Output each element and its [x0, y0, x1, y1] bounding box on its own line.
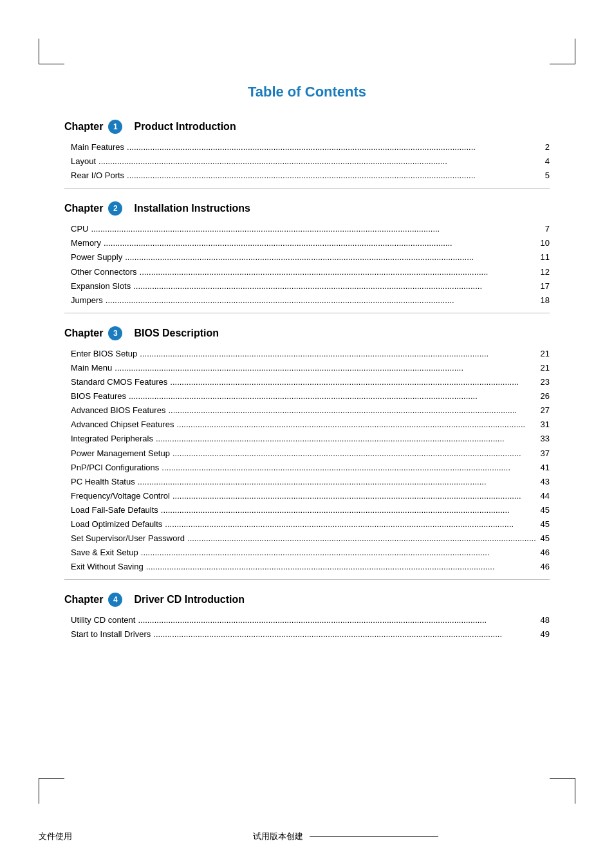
toc-dots [138, 613, 537, 627]
toc-entry-label: Save & Exit Setup [71, 546, 138, 560]
toc-dots [104, 236, 538, 250]
toc-entry: Standard CMOS Features23 [71, 375, 550, 389]
toc-page-number: 49 [541, 627, 550, 642]
chapter-label-2: Chapter [64, 203, 103, 214]
toc-page-number: 21 [541, 361, 550, 375]
toc-dots [172, 447, 538, 461]
toc-entry: Load Optimized Defaults45 [71, 517, 550, 531]
toc-dots [176, 418, 537, 432]
toc-entry-label: CPU [71, 222, 88, 236]
chapter-header-1: Chapter1Product Introduction [64, 120, 550, 134]
toc-page-number: 26 [541, 389, 550, 403]
footer: 文件使用 试用版本创建 [0, 831, 614, 842]
toc-dots [140, 347, 537, 361]
toc-entry-label: Expansion Slots [71, 279, 131, 293]
toc-entry: Rear I/O Ports5 [71, 169, 550, 183]
toc-page-number: 45 [541, 503, 550, 517]
toc-page-number: 44 [541, 489, 550, 503]
toc-entry-label: Jumpers [71, 293, 103, 308]
toc-entry-label: Main Features [71, 140, 124, 154]
toc-dots [187, 531, 538, 546]
footer-left-text: 文件使用 [39, 831, 116, 842]
toc-page-number: 37 [541, 447, 550, 461]
toc-entry: Main Menu21 [71, 361, 550, 375]
toc-page-number: 45 [541, 531, 550, 546]
chapter-section-4: Chapter4Driver CD IntroductionUtility CD… [64, 593, 550, 642]
chapters-container: Chapter1Product IntroductionMain Feature… [64, 120, 550, 642]
toc-entry-label: Main Menu [71, 361, 112, 375]
toc-entry: PnP/PCI Configurations41 [71, 461, 550, 475]
chapter-badge-4: 4 [108, 593, 122, 607]
toc-page-number: 11 [541, 250, 550, 264]
toc-entries-ch2: CPU7Memory10Power Supply11Other Connecto… [71, 222, 550, 308]
toc-page-number: 21 [541, 347, 550, 361]
chapter-label-1: Chapter [64, 121, 103, 133]
toc-entries-ch1: Main Features2Layout4Rear I/O Ports5 [71, 140, 550, 183]
chapter-divider [64, 579, 550, 580]
toc-entry: Jumpers18 [71, 293, 550, 308]
toc-page-number: 2 [545, 140, 550, 154]
chapter-header-4: Chapter4Driver CD Introduction [64, 593, 550, 607]
toc-page-number: 4 [545, 154, 550, 169]
toc-entries-ch4: Utility CD content48Start to Install Dri… [71, 613, 550, 642]
corner-mark-bottom-left [39, 778, 64, 804]
chapter-header-2: Chapter2Installation Instructions [64, 201, 550, 216]
toc-entry-label: Power Management Setup [71, 447, 170, 461]
toc-dots [125, 250, 537, 264]
toc-entry-label: Load Optimized Defaults [71, 517, 162, 531]
toc-entry-label: Other Connectors [71, 265, 137, 279]
toc-entry: Set Supervisor/User Password45 [71, 531, 550, 546]
toc-dots [140, 265, 538, 279]
page-title: Table of Contents [64, 84, 550, 100]
toc-entry-label: Enter BIOS Setup [71, 347, 137, 361]
toc-dots [156, 432, 538, 446]
chapter-header-3: Chapter3BIOS Description [64, 326, 550, 340]
toc-entry-label: Layout [71, 154, 96, 169]
toc-entry: Enter BIOS Setup21 [71, 347, 550, 361]
toc-dots [153, 627, 537, 642]
toc-entries-ch3: Enter BIOS Setup21Main Menu21Standard CM… [71, 347, 550, 575]
chapter-section-1: Chapter1Product IntroductionMain Feature… [64, 120, 550, 189]
toc-page-number: 10 [541, 236, 550, 250]
toc-entry-label: Power Supply [71, 250, 122, 264]
toc-dots [98, 154, 543, 169]
toc-entry-label: Standard CMOS Features [71, 375, 167, 389]
toc-entry-label: PC Health Status [71, 475, 135, 489]
toc-dots [133, 279, 537, 293]
toc-page-number: 23 [541, 375, 550, 389]
toc-dots [146, 560, 538, 574]
toc-entry: PC Health Status43 [71, 475, 550, 489]
toc-page-number: 46 [541, 560, 550, 574]
toc-entry: Start to Install Drivers49 [71, 627, 550, 642]
toc-page-number: 18 [541, 293, 550, 308]
toc-dots [138, 475, 538, 489]
toc-entry: Power Management Setup37 [71, 447, 550, 461]
chapter-title-3: BIOS Description [134, 328, 219, 339]
toc-page-number: 33 [541, 432, 550, 446]
chapter-badge-1: 1 [108, 120, 122, 134]
toc-page-number: 43 [541, 475, 550, 489]
chapter-title-4: Driver CD Introduction [134, 594, 245, 605]
toc-entry: Power Supply11 [71, 250, 550, 264]
toc-entry-label: Start to Install Drivers [71, 627, 151, 642]
toc-page-number: 31 [541, 418, 550, 432]
toc-page-number: 45 [541, 517, 550, 531]
toc-dots [127, 169, 543, 183]
footer-underline [310, 836, 438, 837]
chapter-badge-2: 2 [108, 201, 122, 216]
toc-dots [141, 546, 538, 560]
toc-entry: Memory10 [71, 236, 550, 250]
toc-dots [168, 403, 537, 418]
toc-page-number: 7 [545, 222, 550, 236]
toc-entry: Save & Exit Setup46 [71, 546, 550, 560]
toc-dots [162, 461, 537, 475]
corner-mark-top-left [39, 39, 64, 64]
page: Table of Contents Chapter1Product Introd… [0, 0, 614, 868]
toc-entry-label: Frequency/Voltage Control [71, 489, 170, 503]
chapter-label-4: Chapter [64, 594, 103, 605]
toc-entry-label: Integrated Peripherals [71, 432, 153, 446]
toc-entry: Main Features2 [71, 140, 550, 154]
toc-entry-label: Memory [71, 236, 101, 250]
corner-mark-top-right [550, 39, 575, 64]
toc-dots [127, 140, 543, 154]
